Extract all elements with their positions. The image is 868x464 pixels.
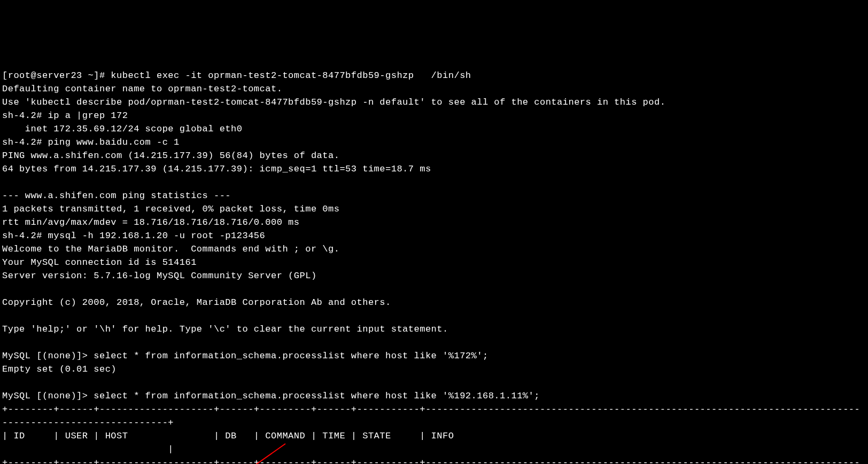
terminal-line: | (2, 444, 174, 454)
terminal-line: [root@server23 ~]# kubectl exec -it oprm… (2, 70, 471, 81)
terminal-line: inet 172.35.69.12/24 scope global eth0 (2, 124, 242, 134)
terminal-line: 1 packets transmitted, 1 received, 0% pa… (2, 204, 339, 214)
terminal-line: +--------+------+--------------------+--… (2, 404, 860, 414)
terminal-line: PING www.a.shifen.com (14.215.177.39) 56… (2, 151, 339, 161)
terminal-line: Server version: 5.7.16-log MySQL Communi… (2, 271, 317, 281)
terminal-line: rtt min/avg/max/mdev = 18.716/18.716/18.… (2, 217, 300, 227)
terminal-line: Welcome to the MariaDB monitor. Commands… (2, 244, 339, 254)
terminal-line: Use 'kubectl describe pod/oprman-test2-t… (2, 97, 665, 107)
terminal-line: MySQL [(none)]> select * from informatio… (2, 391, 540, 401)
terminal-line: MySQL [(none)]> select * from informatio… (2, 351, 489, 361)
terminal-line: Type 'help;' or '\h' for help. Type '\c'… (2, 324, 448, 334)
terminal-line: Copyright (c) 2000, 2018, Oracle, MariaD… (2, 297, 391, 308)
terminal-line: | ID | USER | HOST | DB | COMMAND | TIME… (2, 431, 454, 441)
terminal-line: Empty set (0.01 sec) (2, 364, 117, 374)
terminal-line: sh-4.2# ping www.baidu.com -c 1 (2, 137, 180, 147)
terminal-line: Defaulting container name to oprman-test… (2, 84, 282, 94)
terminal-line: sh-4.2# mysql -h 192.168.1.20 -u root -p… (2, 231, 265, 241)
terminal-line: 64 bytes from 14.215.177.39 (14.215.177.… (2, 164, 431, 174)
terminal-line: +--------+------+--------------------+--… (2, 458, 860, 464)
terminal-window[interactable]: [root@server23 ~]# kubectl exec -it oprm… (2, 56, 866, 464)
terminal-line: Your MySQL connection id is 514161 (2, 257, 197, 268)
terminal-line: sh-4.2# ip a |grep 172 (2, 111, 128, 121)
terminal-line: --- www.a.shifen.com ping statistics --- (2, 191, 231, 201)
terminal-line: -----------------------------+ (2, 418, 174, 428)
